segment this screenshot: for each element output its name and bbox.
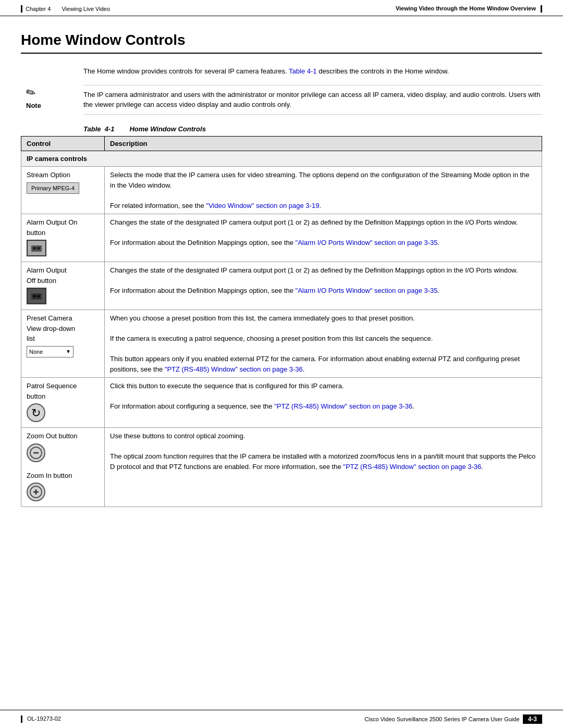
preset-camera-dropdown[interactable]: None ▼ — [27, 346, 74, 358]
header-chapter: Chapter 4 — [26, 6, 51, 12]
col-header-description: Description — [105, 136, 542, 151]
desc-stream-option: Selects the mode that the IP camera uses… — [105, 167, 542, 214]
table-row-stream-option: Stream Option Primary MPEG-4 Selects the… — [21, 167, 542, 214]
table-row-alarm-on: Alarm Output Onbutton Changes the state … — [21, 214, 542, 262]
control-alarm-off: Alarm OutputOff button — [21, 262, 105, 310]
zoom-in-icon[interactable] — [27, 483, 45, 501]
footer-right: Cisco Video Surveillance 2500 Series IP … — [364, 714, 542, 724]
footer-product-name: Cisco Video Surveillance 2500 Series IP … — [364, 716, 519, 722]
control-alarm-on: Alarm Output Onbutton — [21, 214, 105, 262]
desc-patrol-sequence: Click this button to execute the sequenc… — [105, 378, 542, 428]
section-header-ip-label: IP camera controls — [21, 151, 542, 167]
zoom-in-label: Zoom In button — [27, 471, 99, 481]
table-row-alarm-off: Alarm OutputOff button Changes the state… — [21, 262, 542, 310]
table-caption-num: 4-1 — [105, 125, 115, 133]
zoom-out-label: Zoom Out button — [27, 431, 99, 441]
footer-left: OL-19273-02 — [21, 715, 61, 723]
header-chapter-title: Viewing Live Video — [62, 6, 110, 12]
page-number: 4-3 — [523, 714, 542, 724]
page-title: Home Window Controls — [21, 32, 542, 54]
svg-rect-5 — [37, 295, 40, 298]
page-header: Chapter 4 Viewing Live Video Viewing Vid… — [0, 0, 563, 16]
table-row-preset-camera: Preset CameraView drop-downlist None ▼ W… — [21, 310, 542, 378]
section-header-ip: IP camera controls — [21, 151, 542, 167]
footer-doc-id: OL-19273-02 — [27, 715, 61, 722]
footer-left-bar — [21, 715, 22, 723]
video-window-link[interactable]: "Video Window" section on page 3-19 — [206, 202, 319, 209]
control-patrol-sequence: Patrol Sequencebutton ↻ — [21, 378, 105, 428]
alarm-off-label: Alarm OutputOff button — [27, 265, 99, 286]
preset-camera-value: None — [29, 348, 43, 356]
desc-alarm-off: Changes the state of the designated IP c… — [105, 262, 542, 310]
col-header-control: Control — [21, 136, 105, 151]
alarm-io-ports-link-2[interactable]: "Alarm I/O Ports Window" section on page… — [296, 287, 438, 294]
main-content: Home Window Controls The Home window pro… — [0, 16, 563, 549]
note-label: Note — [26, 102, 41, 109]
page-footer: OL-19273-02 Cisco Video Surveillance 250… — [0, 710, 563, 728]
desc-preset-camera: When you choose a preset position from t… — [105, 310, 542, 378]
control-preset-camera: Preset CameraView drop-downlist None ▼ — [21, 310, 105, 378]
ptz-window-link-2[interactable]: "PTZ (RS-485) Window" section on page 3-… — [274, 402, 412, 410]
note-icon-area: ✎ Note — [21, 85, 83, 109]
stream-option-button[interactable]: Primary MPEG-4 — [27, 182, 79, 194]
svg-rect-1 — [33, 247, 36, 250]
alarm-on-icon[interactable] — [27, 240, 46, 256]
header-right: Viewing Video through the Home Window Ov… — [396, 5, 542, 13]
patrol-sequence-icon[interactable]: ↻ — [27, 403, 45, 422]
alarm-on-svg — [31, 243, 42, 253]
header-right-text: Viewing Video through the Home Window Ov… — [396, 5, 536, 11]
table-4-1-link[interactable]: Table 4-1 — [289, 67, 316, 75]
table-row-patrol-sequence: Patrol Sequencebutton ↻ Click this butto… — [21, 378, 542, 428]
ptz-window-link-1[interactable]: "PTZ (RS-485) Window" section on page 3-… — [165, 365, 303, 373]
patrol-sequence-label: Patrol Sequencebutton — [27, 381, 99, 401]
header-left-bar — [21, 5, 22, 13]
alarm-off-icon[interactable] — [27, 288, 46, 304]
table-caption: Table 4-1 Home Window Controls — [83, 125, 542, 133]
table-caption-label: Table — [83, 125, 101, 133]
preset-camera-label: Preset CameraView drop-downlist — [27, 313, 99, 344]
intro-paragraph: The Home window provides controls for se… — [83, 66, 542, 77]
svg-rect-2 — [37, 247, 40, 250]
intro-text-before: The Home window provides controls for se… — [83, 67, 287, 75]
alarm-off-svg — [31, 291, 42, 301]
intro-text-after: describes the controls in the Home windo… — [319, 67, 449, 75]
header-right-bar — [541, 5, 542, 13]
note-box: ✎ Note The IP camera administrator and u… — [21, 85, 542, 115]
desc-alarm-on: Changes the state of the designated IP c… — [105, 214, 542, 262]
control-zoom: Zoom Out button Zoom In button — [21, 428, 105, 507]
svg-rect-4 — [33, 295, 36, 298]
ptz-window-link-3[interactable]: "PTZ (RS-485) Window" section on page 3-… — [343, 463, 481, 471]
control-stream-option: Stream Option Primary MPEG-4 — [21, 167, 105, 214]
desc-zoom: Use these buttons to control optical zoo… — [105, 428, 542, 507]
header-left: Chapter 4 Viewing Live Video — [21, 5, 110, 13]
table-row-zoom: Zoom Out button Zoom In button — [21, 428, 542, 507]
table-caption-title: Home Window Controls — [129, 125, 206, 133]
alarm-on-label: Alarm Output Onbutton — [27, 217, 99, 238]
controls-table: Control Description IP camera controls S… — [21, 136, 542, 508]
zoom-out-icon[interactable] — [27, 443, 45, 462]
dropdown-arrow-icon: ▼ — [66, 348, 71, 355]
note-pencil-icon: ✎ — [23, 84, 39, 101]
note-text: The IP camera administrator and users wi… — [83, 85, 542, 115]
zoom-in-svg — [29, 485, 43, 499]
table-header-row: Control Description — [21, 136, 542, 151]
zoom-out-svg — [29, 446, 43, 460]
stream-option-label: Stream Option — [27, 170, 99, 180]
alarm-io-ports-link-1[interactable]: "Alarm I/O Ports Window" section on page… — [296, 239, 438, 246]
